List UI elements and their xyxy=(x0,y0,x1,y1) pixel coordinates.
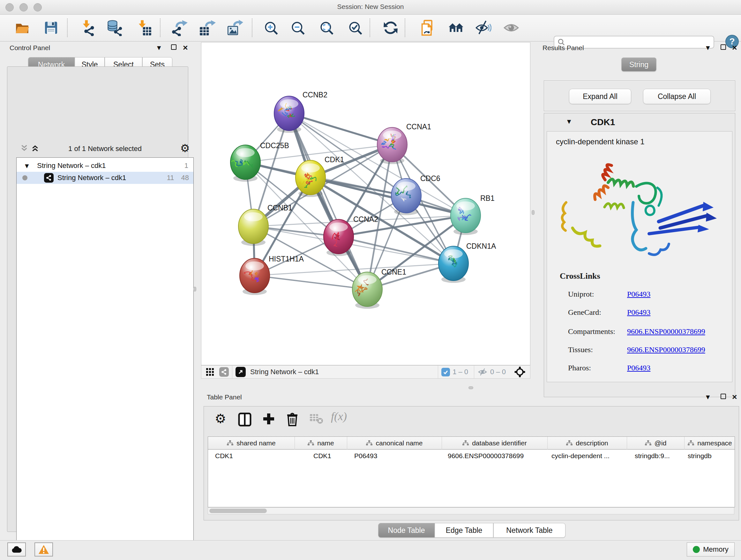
zoom-in-button[interactable] xyxy=(262,19,280,37)
node-label: CCNB1 xyxy=(267,204,292,212)
network-canvas[interactable]: CCNB2CCNA1CDC25BCDK1CDC6RB1CCNB1CCNA2CDK… xyxy=(201,42,530,365)
open-in-window-icon[interactable] xyxy=(235,367,246,377)
import-network-database-button[interactable] xyxy=(106,19,124,37)
table-panel-float-icon[interactable] xyxy=(721,394,726,399)
column-header-id[interactable]: @id xyxy=(627,437,684,449)
table-options-gear-icon[interactable]: ⚙ xyxy=(215,412,226,425)
create-column-icon[interactable] xyxy=(262,412,275,426)
network-node-ccne1[interactable]: CCNE1 xyxy=(352,268,406,309)
zoom-out-icon xyxy=(290,20,306,36)
pharos-link[interactable]: P06493 xyxy=(627,364,650,372)
network-node-cdkn1a[interactable]: CDKN1A xyxy=(439,242,496,283)
export-table-button[interactable] xyxy=(199,19,216,37)
birds-eye-view-icon[interactable] xyxy=(514,366,526,378)
horizontal-splitter-handle[interactable] xyxy=(468,386,473,389)
network-collection-row[interactable]: ▼ String Network – cdk1 1 xyxy=(17,160,193,172)
export-image-icon xyxy=(226,19,243,36)
compartments-link[interactable]: 9606.ENSP00000378699 xyxy=(627,327,705,336)
warning-icon xyxy=(38,545,49,554)
network-tree: ▼ String Network – cdk1 1 String Network… xyxy=(16,158,194,560)
save-session-button[interactable] xyxy=(42,19,60,37)
cloud-button[interactable] xyxy=(7,543,26,557)
control-panel-close-icon[interactable]: ✕ xyxy=(183,44,188,52)
network-edge[interactable] xyxy=(255,275,367,289)
column-header-shared-name[interactable]: shared name xyxy=(208,437,295,449)
network-row-selected[interactable]: String Network – cdk1 11 48 xyxy=(17,172,193,184)
open-file-button[interactable] xyxy=(13,19,31,37)
results-panel-menu-icon[interactable]: ▼ xyxy=(706,45,710,51)
show-graphics-details-button[interactable] xyxy=(502,19,520,37)
column-header-name[interactable]: name xyxy=(295,437,347,449)
zoom-selected-button[interactable] xyxy=(347,19,364,37)
tissues-link[interactable]: 9606.ENSP00000378699 xyxy=(627,346,705,354)
show-all-button[interactable] xyxy=(448,19,465,37)
table-panel-close-icon[interactable]: ✕ xyxy=(732,393,738,401)
column-header-description[interactable]: description xyxy=(548,437,627,449)
control-panel-menu-icon[interactable]: ▼ xyxy=(157,45,161,51)
right-splitter-handle[interactable] xyxy=(532,210,535,215)
node-label: CCNB2 xyxy=(302,91,327,99)
string-network-badge-icon xyxy=(44,173,54,183)
grid-view-icon[interactable] xyxy=(206,368,214,376)
tab-network-table[interactable]: Network Table xyxy=(493,523,565,538)
hide-selected-button[interactable] xyxy=(474,19,492,37)
tab-edge-table[interactable]: Edge Table xyxy=(434,523,493,538)
results-panel-float-icon[interactable] xyxy=(721,44,726,50)
table-panel-menu-icon[interactable]: ▼ xyxy=(706,394,710,400)
network-node-cdk1[interactable]: CDK1 xyxy=(295,155,344,197)
table-row[interactable]: CDK1 CDK1 P06493 9606.ENSP00000378699 cy… xyxy=(208,449,735,463)
results-panel-close-icon[interactable]: ✕ xyxy=(732,44,738,52)
horizontal-scrollbar[interactable] xyxy=(208,507,734,514)
column-header-canonical-name[interactable]: canonical name xyxy=(347,437,442,449)
delete-column-icon[interactable] xyxy=(286,412,299,427)
network-edge[interactable] xyxy=(339,237,454,263)
separator xyxy=(474,366,474,378)
column-header-namespace[interactable]: namespace xyxy=(684,437,735,449)
cell-namespace: stringdb xyxy=(684,449,735,463)
collapse-all-button[interactable]: Collapse All xyxy=(643,89,711,104)
show-columns-icon[interactable] xyxy=(238,412,252,427)
network-node-ccnb2[interactable]: CCNB2 xyxy=(274,91,327,133)
network-graph[interactable]: CCNB2CCNA1CDC25BCDK1CDC6RB1CCNB1CCNA2CDK… xyxy=(201,43,530,365)
import-table-file-button[interactable] xyxy=(135,19,152,37)
expand-all-button[interactable]: Expand All xyxy=(569,89,631,104)
string-badge-gray-icon[interactable] xyxy=(219,367,229,377)
node-label: CDK1 xyxy=(325,155,344,164)
tab-node-table[interactable]: Node Table xyxy=(378,523,434,538)
cell-name: CDK1 xyxy=(295,449,347,463)
warnings-button[interactable] xyxy=(35,543,53,557)
hidden-eye-icon[interactable] xyxy=(477,367,488,377)
network-node-ccna1[interactable]: CCNA1 xyxy=(377,123,431,164)
column-type-icon xyxy=(308,440,314,446)
column-type-icon xyxy=(366,440,373,446)
uniprot-link[interactable]: P06493 xyxy=(627,290,650,299)
column-header-database-identifier[interactable]: database identifier xyxy=(442,437,548,449)
tree-expand-icon[interactable]: ▼ xyxy=(25,163,29,169)
control-panel-float-icon[interactable] xyxy=(171,44,177,50)
network-node-cdc25b[interactable]: CDC25B xyxy=(230,141,289,182)
fit-content-button[interactable] xyxy=(318,19,336,37)
clone-network-button[interactable] xyxy=(419,19,436,37)
network-node-rb1[interactable]: RB1 xyxy=(451,194,495,235)
scrollbar-thumb[interactable] xyxy=(209,509,267,513)
section-collapse-icon[interactable]: ▼ xyxy=(567,118,571,125)
zoom-out-button[interactable] xyxy=(289,19,307,37)
memory-button[interactable]: Memory xyxy=(687,543,735,557)
tab-string[interactable]: String xyxy=(621,57,657,71)
export-network-button[interactable] xyxy=(171,19,189,37)
search-input[interactable] xyxy=(565,39,705,46)
export-image-button[interactable] xyxy=(226,19,244,37)
network-edge[interactable] xyxy=(289,113,392,145)
network-status-dot-icon xyxy=(22,175,27,180)
refresh-button[interactable] xyxy=(382,19,400,37)
cell-database-identifier: 9606.ENSP00000378699 xyxy=(442,449,548,463)
network-options-gear-icon[interactable]: ⚙ xyxy=(180,143,190,153)
gene-description: cyclin-dependent kinase 1 xyxy=(556,137,645,146)
genecard-link[interactable]: P06493 xyxy=(627,308,650,317)
network-node-cdc6[interactable]: CDC6 xyxy=(391,174,441,215)
column-type-icon xyxy=(688,440,694,446)
selected-nodes-checkbox[interactable] xyxy=(441,368,450,376)
left-splitter-handle[interactable] xyxy=(193,287,196,292)
import-network-file-button[interactable] xyxy=(78,19,96,37)
fit-content-icon xyxy=(319,20,335,36)
